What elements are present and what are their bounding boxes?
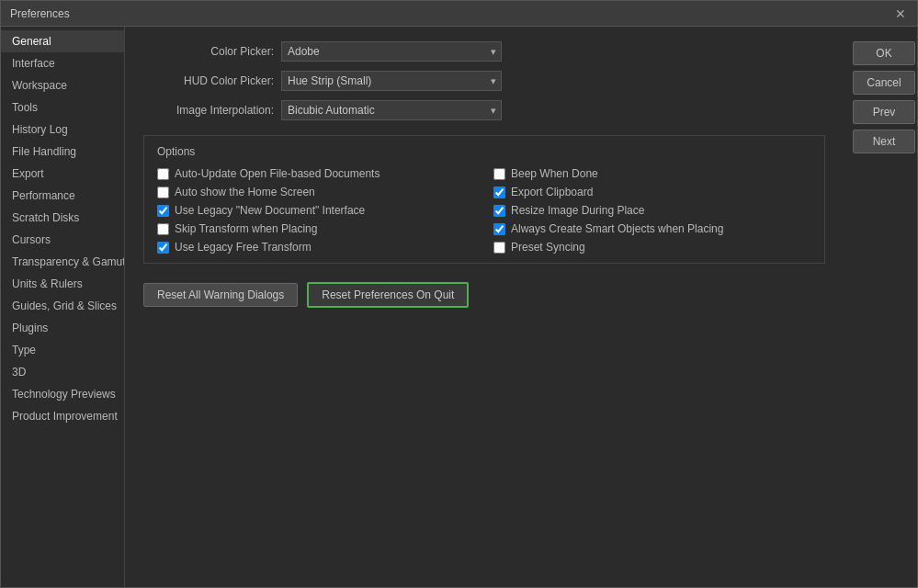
reset-warnings-button[interactable]: Reset All Warning Dialogs [143,283,298,307]
resize-image-checkbox[interactable] [493,205,505,217]
sidebar-item-3d[interactable]: 3D [1,361,124,383]
sidebar-item-guides-grid-slices[interactable]: Guides, Grid & Slices [1,295,124,317]
sidebar-item-performance[interactable]: Performance [1,185,124,207]
action-buttons-row: Reset All Warning Dialogs Reset Preferen… [143,282,825,308]
color-picker-select[interactable]: Adobe Windows [281,41,502,62]
skip-transform-checkbox[interactable] [157,223,169,235]
preset-syncing-checkbox[interactable] [493,242,505,254]
option-auto-show-home: Auto show the Home Screen [157,186,475,198]
image-interpolation-label: Image Interpolation: [143,104,281,117]
right-buttons-panel: OK Cancel Prev Next [844,27,917,587]
always-create-smart-label: Always Create Smart Objects when Placing [511,222,723,235]
color-picker-label: Color Picker: [143,45,281,58]
next-button[interactable]: Next [853,130,915,153]
beep-when-done-checkbox[interactable] [493,168,505,180]
options-grid: Auto-Update Open File-based Documents Be… [157,167,811,254]
sidebar-item-units-rulers[interactable]: Units & Rulers [1,273,124,295]
sidebar-item-export[interactable]: Export [1,163,124,185]
hud-color-picker-label: HUD Color Picker: [143,74,281,87]
sidebar-item-tools[interactable]: Tools [1,96,124,119]
sidebar-item-type[interactable]: Type [1,339,124,361]
sidebar-item-scratch-disks[interactable]: Scratch Disks [1,207,124,229]
cancel-button[interactable]: Cancel [853,71,915,95]
prev-button[interactable]: Prev [853,100,915,124]
use-legacy-new-doc-checkbox[interactable] [157,205,169,217]
option-preset-syncing: Preset Syncing [493,241,811,254]
export-clipboard-label: Export Clipboard [511,186,593,198]
beep-when-done-label: Beep When Done [511,167,598,180]
sidebar-item-technology-previews[interactable]: Technology Previews [1,383,124,405]
always-create-smart-checkbox[interactable] [493,223,505,235]
ok-button[interactable]: OK [853,41,915,65]
sidebar-item-general[interactable]: General [1,30,124,52]
option-auto-update: Auto-Update Open File-based Documents [157,167,475,180]
option-skip-transform: Skip Transform when Placing [157,222,475,235]
image-interpolation-row: Image Interpolation: Bicubic Automatic N… [143,100,825,120]
sidebar: GeneralInterfaceWorkspaceToolsHistory Lo… [1,27,125,587]
sidebar-item-product-improvement[interactable]: Product Improvement [1,405,124,427]
use-legacy-free-transform-checkbox[interactable] [157,242,169,254]
hud-color-picker-row: HUD Color Picker: Hue Strip (Small) Hue … [143,71,825,91]
option-beep-when-done: Beep When Done [493,167,811,180]
sidebar-item-workspace[interactable]: Workspace [1,74,124,96]
image-interpolation-select-wrapper: Bicubic Automatic Nearest Neighbor Bilin… [281,100,502,120]
sidebar-item-file-handling[interactable]: File Handling [1,141,124,163]
option-use-legacy-new-doc: Use Legacy "New Document" Interface [157,204,475,217]
preferences-window: Preferences ✕ GeneralInterfaceWorkspaceT… [0,0,918,588]
auto-show-home-checkbox[interactable] [157,187,169,198]
use-legacy-free-transform-label: Use Legacy Free Transform [175,241,312,254]
sidebar-item-transparency-gamut[interactable]: Transparency & Gamut [1,251,124,273]
color-picker-row: Color Picker: Adobe Windows [143,41,825,62]
skip-transform-label: Skip Transform when Placing [175,222,317,235]
image-interpolation-select[interactable]: Bicubic Automatic Nearest Neighbor Bilin… [281,100,502,120]
option-export-clipboard: Export Clipboard [493,186,811,198]
resize-image-label: Resize Image During Place [511,204,644,217]
sidebar-item-history-log[interactable]: History Log [1,119,124,141]
main-content: GeneralInterfaceWorkspaceToolsHistory Lo… [1,27,917,587]
hud-color-picker-select[interactable]: Hue Strip (Small) Hue Strip (Large) Hue … [281,71,502,91]
sidebar-item-interface[interactable]: Interface [1,52,124,74]
auto-show-home-label: Auto show the Home Screen [175,186,315,198]
close-button[interactable]: ✕ [893,6,908,21]
title-bar: Preferences ✕ [1,1,917,27]
color-picker-select-wrapper: Adobe Windows [281,41,502,62]
option-always-create-smart: Always Create Smart Objects when Placing [493,222,811,235]
preset-syncing-label: Preset Syncing [511,241,585,254]
sidebar-item-cursors[interactable]: Cursors [1,229,124,251]
use-legacy-new-doc-label: Use Legacy "New Document" Interface [175,204,365,217]
hud-color-picker-select-wrapper: Hue Strip (Small) Hue Strip (Large) Hue … [281,71,502,91]
export-clipboard-checkbox[interactable] [493,187,505,198]
options-section: Options Auto-Update Open File-based Docu… [143,135,825,264]
option-resize-image: Resize Image During Place [493,204,811,217]
window-title: Preferences [10,7,70,20]
reset-preferences-button[interactable]: Reset Preferences On Quit [307,282,469,308]
auto-update-checkbox[interactable] [157,168,169,180]
option-use-legacy-free-transform: Use Legacy Free Transform [157,241,475,254]
options-title: Options [157,145,811,158]
sidebar-item-plugins[interactable]: Plugins [1,317,124,339]
auto-update-label: Auto-Update Open File-based Documents [175,167,380,180]
main-area: Color Picker: Adobe Windows HUD Color Pi… [125,27,844,587]
